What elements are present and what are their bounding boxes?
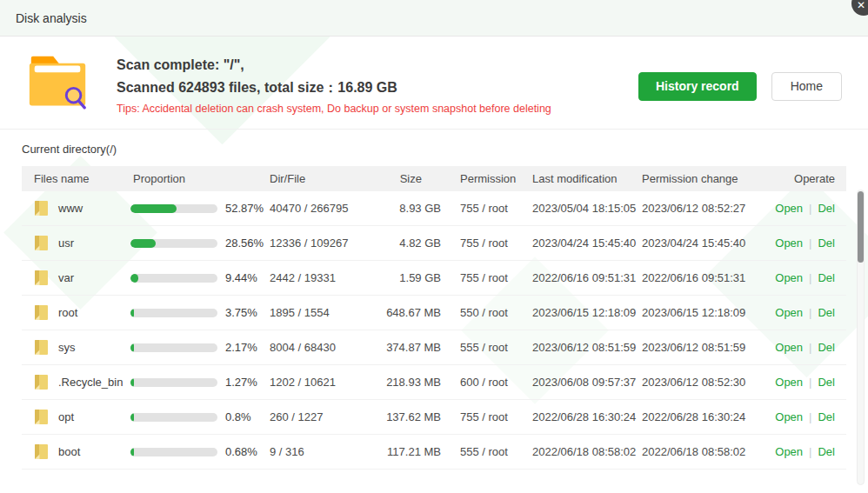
- file-name-cell: www: [22, 200, 130, 217]
- folder-icon: [34, 304, 49, 321]
- dir-file-value: 2442 / 19331: [270, 271, 387, 284]
- file-name-cell: .Recycle_bin: [22, 374, 130, 390]
- open-link[interactable]: Open: [775, 410, 803, 423]
- proportion-value: 28.56%: [225, 237, 264, 250]
- column-dir-file: Dir/File: [270, 172, 387, 185]
- proportion-value: 1.27%: [225, 376, 257, 389]
- table-header-row: Files name Proportion Dir/File Size Perm…: [22, 166, 846, 191]
- close-icon: ✕: [857, 0, 865, 11]
- proportion-bar-fill: [130, 413, 134, 422]
- open-link[interactable]: Open: [775, 445, 803, 458]
- file-name: var: [58, 271, 74, 284]
- file-name-cell: var: [22, 270, 130, 286]
- operate-cell: Open | Del: [758, 341, 846, 354]
- permission-change-value: 2023/06/12 08:52:30: [642, 376, 758, 389]
- table-row: .Recycle_bin 1.27% 1202 / 10621 218.93 M…: [22, 365, 846, 400]
- proportion-bar: [130, 378, 217, 387]
- proportion-cell: 0.68%: [130, 445, 270, 458]
- dir-file-value: 8004 / 68430: [270, 341, 387, 354]
- operate-divider: |: [809, 237, 811, 250]
- file-name: opt: [58, 410, 74, 423]
- open-link[interactable]: Open: [775, 237, 803, 250]
- operate-cell: Open | Del: [758, 410, 846, 423]
- permission-change-value: 2023/04/24 15:45:40: [642, 237, 758, 250]
- file-name: usr: [58, 237, 74, 250]
- del-link[interactable]: Del: [818, 376, 835, 389]
- file-name-cell: sys: [22, 339, 130, 356]
- size-value: 648.67 MB: [387, 306, 444, 319]
- permission-value: 755 / root: [444, 410, 523, 423]
- open-link[interactable]: Open: [775, 271, 803, 284]
- del-link[interactable]: Del: [818, 410, 835, 423]
- last-modification-value: 2022/06/18 08:58:02: [523, 445, 642, 458]
- scan-tips: Tips: Accidental deletion can crash syst…: [117, 103, 551, 115]
- table-row: sys 2.17% 8004 / 68430 374.87 MB 555 / r…: [22, 330, 846, 365]
- operate-divider: |: [809, 445, 811, 458]
- permission-value: 555 / root: [444, 445, 523, 458]
- home-button[interactable]: Home: [771, 72, 842, 101]
- del-link[interactable]: Del: [818, 445, 835, 458]
- permission-value: 755 / root: [444, 271, 523, 284]
- operate-cell: Open | Del: [758, 376, 846, 389]
- folder-icon: [34, 339, 49, 356]
- size-value: 374.87 MB: [387, 341, 444, 354]
- scan-total-line: Scanned 624893 files, total size：16.89 G…: [117, 77, 551, 99]
- dir-file-value: 9 / 316: [270, 445, 387, 458]
- current-directory-label: Current directory(/): [22, 143, 846, 156]
- proportion-value: 0.68%: [225, 445, 257, 458]
- last-modification-value: 2023/06/15 12:18:09: [523, 306, 642, 319]
- proportion-bar-fill: [130, 204, 177, 213]
- proportion-bar: [130, 274, 217, 283]
- size-value: 1.59 GB: [387, 271, 444, 284]
- table-row: opt 0.8% 260 / 1227 137.62 MB 755 / root…: [22, 400, 846, 435]
- table-row: boot 0.68% 9 / 316 117.21 MB 555 / root …: [22, 435, 846, 470]
- del-link[interactable]: Del: [818, 202, 835, 215]
- column-last-modification: Last modification: [523, 172, 642, 185]
- last-modification-value: 2023/06/12 08:51:59: [523, 341, 642, 354]
- size-value: 8.93 GB: [387, 202, 444, 215]
- permission-change-value: 2022/06/18 08:58:02: [642, 445, 758, 458]
- table-row: usr 28.56% 12336 / 109267 4.82 GB 755 / …: [22, 226, 846, 261]
- permission-change-value: 2022/06/28 16:30:24: [642, 410, 758, 423]
- history-record-button[interactable]: History record: [638, 72, 757, 101]
- last-modification-value: 2023/04/24 15:45:40: [523, 237, 642, 250]
- proportion-cell: 28.56%: [130, 237, 270, 250]
- table-body: www 52.87% 40470 / 266795 8.93 GB 755 / …: [22, 191, 846, 470]
- del-link[interactable]: Del: [818, 271, 835, 284]
- open-link[interactable]: Open: [775, 341, 803, 354]
- del-link[interactable]: Del: [818, 237, 835, 250]
- column-files-name: Files name: [22, 172, 130, 185]
- del-link[interactable]: Del: [818, 341, 835, 354]
- open-link[interactable]: Open: [775, 306, 803, 319]
- page-title: Disk analysis: [16, 11, 87, 25]
- proportion-value: 0.8%: [225, 410, 251, 423]
- open-link[interactable]: Open: [775, 202, 803, 215]
- table-row: root 3.75% 1895 / 1554 648.67 MB 550 / r…: [22, 296, 846, 330]
- proportion-bar: [130, 309, 217, 317]
- open-link[interactable]: Open: [775, 376, 803, 389]
- proportion-value: 3.75%: [225, 306, 257, 319]
- proportion-bar: [130, 204, 217, 213]
- dir-file-value: 40470 / 266795: [270, 202, 387, 215]
- table-row: www 52.87% 40470 / 266795 8.93 GB 755 / …: [22, 191, 846, 226]
- dir-file-value: 1895 / 1554: [270, 306, 387, 319]
- operate-cell: Open | Del: [758, 237, 846, 250]
- folder-icon: [34, 374, 49, 390]
- permission-value: 755 / root: [444, 237, 523, 250]
- folder-icon: [34, 235, 49, 251]
- proportion-cell: 0.8%: [130, 410, 270, 423]
- operate-divider: |: [809, 341, 811, 354]
- del-link[interactable]: Del: [818, 306, 835, 319]
- last-modification-value: 2022/06/28 16:30:24: [523, 410, 642, 423]
- folder-icon: [34, 409, 49, 425]
- dir-file-value: 1202 / 10621: [270, 376, 387, 389]
- scrollbar-thumb[interactable]: [858, 191, 864, 263]
- file-name: boot: [58, 445, 80, 458]
- table-scrollbar[interactable]: [857, 190, 865, 485]
- file-name-cell: root: [22, 304, 130, 321]
- file-name-cell: opt: [22, 409, 130, 425]
- operate-divider: |: [809, 202, 811, 215]
- proportion-value: 9.44%: [225, 271, 257, 284]
- permission-change-value: 2023/06/12 08:52:27: [642, 202, 758, 215]
- column-size: Size: [387, 172, 444, 185]
